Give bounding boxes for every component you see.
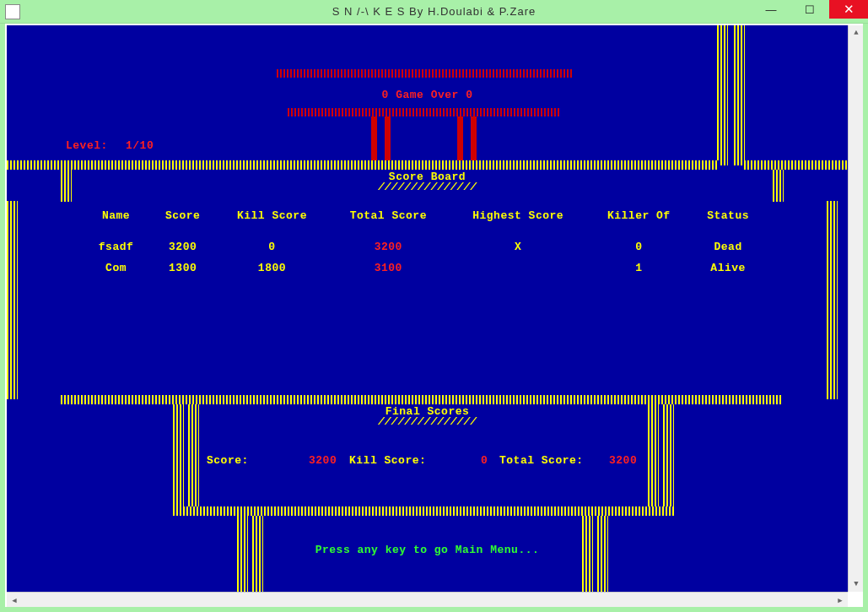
deco-slashes: /////////////// [7, 415, 848, 428]
col-total-score: Total Score [328, 209, 449, 241]
scoreboard-table: Name Score Kill Score Total Score Highes… [83, 209, 766, 283]
deco-stripe [61, 395, 783, 404]
maximize-button[interactable]: ☐ [790, 0, 829, 19]
table-row: Com 1300 1800 3100 1 Alive [83, 262, 766, 283]
deco-red-stripe [277, 69, 572, 78]
cell-killer-of: 1 [587, 262, 690, 283]
close-button[interactable]: ✕ [829, 0, 868, 19]
cell-killer-of: 0 [587, 241, 690, 262]
cell-total-score: 3200 [328, 241, 449, 262]
deco-stripe [188, 404, 199, 510]
final-total-label: Total Score: [499, 454, 584, 467]
game-canvas[interactable]: 0 Game Over 0 Level: 1/10 Score Board //… [7, 25, 848, 592]
deco-stripe [7, 201, 18, 399]
press-any-key-prompt[interactable]: Press any key to go Main Menu... [7, 544, 848, 556]
cell-highest-score: X [449, 241, 588, 262]
deco-red-bar [457, 116, 463, 165]
level-value: 1/10 [126, 139, 154, 152]
cell-status: Dead [690, 241, 766, 262]
cell-name: fsadf [83, 241, 149, 262]
vertical-scrollbar[interactable]: ▲ ▼ [848, 25, 863, 592]
final-total-value: 3200 [609, 454, 637, 467]
final-kill-value: 0 [481, 454, 488, 467]
level-label: Level: [66, 139, 108, 152]
game-over-text: 0 Game Over 0 [7, 89, 848, 101]
scroll-right-icon[interactable]: ▶ [833, 593, 848, 608]
deco-stripe [173, 404, 184, 510]
cell-status: Alive [690, 262, 766, 283]
scroll-left-icon[interactable]: ◀ [7, 593, 22, 608]
final-score-value: 3200 [309, 454, 337, 467]
cell-kill-score: 0 [216, 241, 327, 262]
scroll-down-icon[interactable]: ▼ [849, 577, 864, 592]
deco-stripe [648, 404, 659, 510]
deco-slashes: /////////////// [7, 181, 848, 193]
col-kill-score: Kill Score [216, 209, 327, 241]
cell-kill-score: 1800 [216, 262, 327, 283]
window-title: S N /-\ K E S By H.Doulabi & P.Zare [0, 5, 868, 18]
deco-red-stripe [288, 108, 561, 116]
deco-red-bar [371, 116, 377, 165]
app-icon [5, 4, 20, 19]
cell-score: 3200 [149, 241, 216, 262]
cell-total-score: 3100 [328, 262, 449, 283]
window-controls: — ☐ ✕ [752, 0, 868, 23]
table-header-row: Name Score Kill Score Total Score Highes… [83, 209, 766, 241]
deco-red-bar [385, 116, 391, 165]
col-name: Name [83, 209, 149, 241]
deco-stripe [744, 160, 848, 170]
scroll-up-icon[interactable]: ▲ [849, 25, 864, 41]
col-killer-of: Killer Of [587, 209, 690, 241]
client-area: 0 Game Over 0 Level: 1/10 Score Board //… [5, 24, 863, 607]
deco-red-bar [471, 116, 477, 165]
deco-stripe [7, 160, 719, 170]
deco-stripe [173, 506, 674, 516]
col-score: Score [149, 209, 216, 241]
col-highest-score: Highest Score [449, 209, 588, 241]
table-row: fsadf 3200 0 3200 X 0 Dead [83, 241, 766, 262]
cell-score: 1300 [149, 262, 216, 283]
deco-stripe [773, 170, 784, 202]
cell-highest-score [449, 262, 588, 283]
deco-stripe [827, 201, 838, 399]
minimize-button[interactable]: — [752, 0, 790, 19]
final-kill-label: Kill Score: [349, 454, 426, 467]
horizontal-scrollbar[interactable]: ◀ ▶ [7, 592, 848, 607]
deco-stripe [663, 404, 674, 510]
titlebar: S N /-\ K E S By H.Doulabi & P.Zare — ☐ … [0, 0, 868, 24]
deco-stripe [61, 170, 72, 202]
final-score-label: Score: [207, 454, 249, 467]
col-status: Status [690, 209, 766, 241]
cell-name: Com [83, 262, 149, 283]
